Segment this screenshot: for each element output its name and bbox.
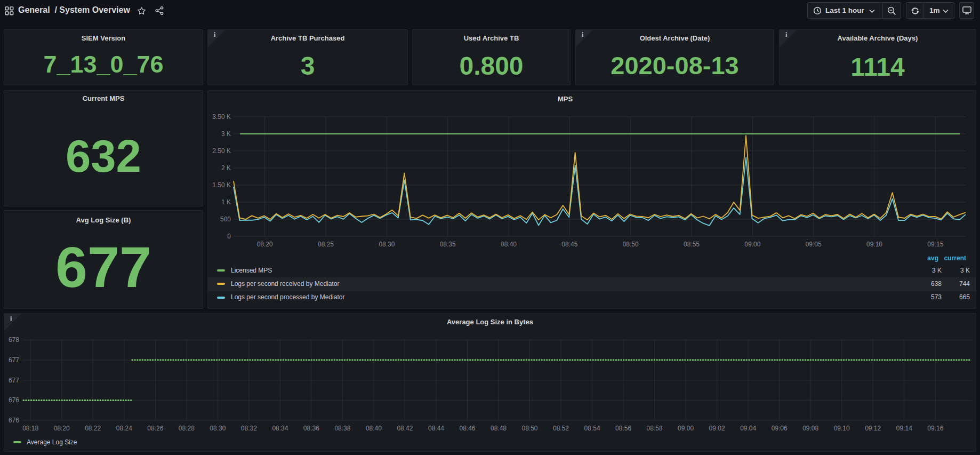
svg-text:09:10: 09:10: [866, 241, 882, 248]
svg-text:08:22: 08:22: [85, 425, 101, 432]
svg-text:08:24: 08:24: [116, 425, 132, 432]
svg-text:08:58: 08:58: [647, 425, 663, 432]
svg-text:3.50 K: 3.50 K: [212, 113, 231, 121]
svg-text:1.50 K: 1.50 K: [212, 181, 231, 189]
svg-text:08:35: 08:35: [440, 241, 456, 248]
svg-text:676: 676: [9, 417, 19, 424]
svg-text:0: 0: [227, 233, 231, 240]
svg-text:08:36: 08:36: [303, 425, 319, 432]
svg-text:09:08: 09:08: [802, 425, 818, 432]
svg-text:08:54: 08:54: [584, 425, 600, 432]
svg-text:500: 500: [220, 215, 231, 223]
svg-text:08:34: 08:34: [272, 425, 288, 432]
svg-text:08:48: 08:48: [491, 425, 507, 432]
svg-text:08:45: 08:45: [561, 241, 577, 248]
svg-text:09:00: 09:00: [678, 425, 694, 432]
svg-text:08:44: 08:44: [428, 425, 444, 432]
svg-text:08:38: 08:38: [334, 425, 350, 432]
svg-text:08:56: 08:56: [615, 425, 631, 432]
svg-text:678: 678: [9, 336, 19, 344]
svg-text:3 K: 3 K: [221, 130, 231, 138]
svg-text:09:15: 09:15: [927, 241, 943, 248]
svg-text:08:50: 08:50: [521, 425, 537, 432]
svg-text:09:10: 09:10: [834, 425, 850, 432]
svg-text:09:06: 09:06: [772, 425, 788, 432]
svg-text:08:25: 08:25: [318, 241, 334, 248]
svg-text:09:00: 09:00: [744, 241, 760, 248]
svg-text:08:20: 08:20: [54, 425, 70, 432]
svg-text:08:52: 08:52: [553, 425, 569, 432]
svg-text:677: 677: [9, 377, 19, 384]
svg-text:08:42: 08:42: [397, 425, 413, 432]
svg-text:08:40: 08:40: [366, 425, 382, 432]
svg-text:08:26: 08:26: [147, 425, 163, 432]
svg-text:08:40: 08:40: [501, 241, 517, 248]
svg-text:08:50: 08:50: [623, 241, 639, 248]
svg-text:08:30: 08:30: [210, 425, 226, 432]
svg-text:09:16: 09:16: [927, 425, 943, 432]
svg-text:09:02: 09:02: [709, 425, 725, 432]
svg-text:08:18: 08:18: [22, 425, 38, 432]
svg-text:1 K: 1 K: [221, 198, 231, 206]
svg-text:09:12: 09:12: [865, 425, 881, 432]
svg-text:2.50 K: 2.50 K: [212, 147, 231, 155]
svg-text:08:28: 08:28: [179, 425, 195, 432]
svg-text:677: 677: [9, 356, 19, 364]
svg-text:08:46: 08:46: [459, 425, 475, 432]
svg-text:08:30: 08:30: [379, 241, 395, 248]
svg-text:08:20: 08:20: [257, 241, 273, 248]
svg-text:09:05: 09:05: [806, 241, 822, 248]
svg-text:2 K: 2 K: [221, 164, 231, 172]
svg-text:676: 676: [9, 396, 19, 404]
svg-text:09:04: 09:04: [740, 425, 756, 432]
svg-text:08:32: 08:32: [241, 425, 257, 432]
svg-text:08:55: 08:55: [684, 241, 700, 248]
svg-text:09:14: 09:14: [896, 425, 912, 432]
